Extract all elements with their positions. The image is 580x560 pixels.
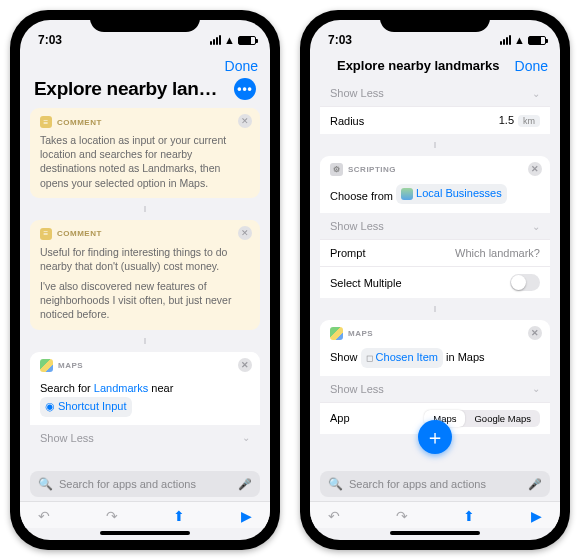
- card-label: COMMENT: [57, 118, 102, 127]
- text-near: near: [151, 382, 173, 394]
- mic-icon[interactable]: 🎤: [528, 478, 542, 491]
- phone-right: 7:03 ▲ Explore nearby landmarks Done Sho…: [300, 10, 570, 550]
- prompt-row[interactable]: Prompt Which landmark?: [320, 239, 550, 266]
- battery-icon: [528, 36, 546, 45]
- connector: [30, 338, 260, 344]
- comment-card-1[interactable]: ≡ COMMENT ✕ Takes a location as input or…: [30, 108, 260, 198]
- prompt-label: Prompt: [330, 247, 365, 259]
- title-row: Explore nearby landma... •••: [20, 76, 270, 108]
- done-button[interactable]: Done: [515, 58, 548, 74]
- page-title: Explore nearby landmarks: [322, 58, 515, 74]
- select-multiple-toggle[interactable]: [510, 274, 540, 291]
- home-indicator[interactable]: [100, 531, 190, 535]
- close-icon[interactable]: ✕: [238, 358, 252, 372]
- show-less-row[interactable]: Show Less ⌄: [320, 376, 550, 402]
- bottom-toolbar: ↶ ↷ ⬆︎ ▶: [310, 501, 560, 528]
- radius-row[interactable]: Radius 1.5km: [320, 106, 550, 134]
- share-button[interactable]: ⬆︎: [463, 508, 475, 524]
- notch: [380, 10, 490, 32]
- token-shortcut-input[interactable]: ◉ Shortcut Input: [40, 397, 132, 417]
- redo-button[interactable]: ↷: [106, 508, 118, 524]
- text-in-maps: in Maps: [446, 351, 485, 363]
- radius-value[interactable]: 1.5km: [499, 114, 540, 127]
- comment-card-2[interactable]: ≡ COMMENT ✕ Useful for finding interesti…: [30, 220, 260, 330]
- screen-left: 7:03 ▲ Done Explore nearby landma... •••…: [20, 20, 270, 540]
- chevron-down-icon: ⌄: [532, 383, 540, 394]
- card-label: SCRIPTING: [348, 165, 396, 174]
- more-button[interactable]: •••: [234, 78, 256, 100]
- comment-text-b: I've also discovered new features of nei…: [40, 279, 250, 322]
- page-title: Explore nearby landma...: [34, 78, 228, 100]
- nav-bar: Explore nearby landmarks Done: [310, 54, 560, 76]
- wifi-icon: ▲: [514, 34, 525, 46]
- card-label: COMMENT: [57, 229, 102, 238]
- home-indicator[interactable]: [390, 531, 480, 535]
- select-multiple-row[interactable]: Select Multiple: [320, 266, 550, 298]
- token-chosen-item[interactable]: ◻︎ Chosen Item: [361, 348, 443, 368]
- chevron-down-icon: ⌄: [242, 432, 250, 443]
- close-icon[interactable]: ✕: [238, 226, 252, 240]
- choose-card[interactable]: ⚙ SCRIPTING ✕ Choose from Local Business…: [320, 156, 550, 298]
- search-placeholder: Search for apps and actions: [349, 478, 522, 490]
- share-button[interactable]: ⬆︎: [173, 508, 185, 524]
- search-placeholder: Search for apps and actions: [59, 478, 232, 490]
- bottom-toolbar: ↶ ↷ ⬆︎ ▶: [20, 501, 270, 528]
- show-maps-card[interactable]: MAPS ✕ Show ◻︎ Chosen Item in Maps Show …: [320, 320, 550, 434]
- card-header: ≡ COMMENT: [40, 116, 250, 128]
- done-button[interactable]: Done: [225, 58, 258, 74]
- show-less-row[interactable]: Show Less ⌄: [320, 80, 550, 106]
- text-show: Show: [330, 351, 358, 363]
- action-body: Show ◻︎ Chosen Item in Maps: [320, 345, 550, 376]
- search-icon: 🔍: [38, 477, 53, 491]
- comment-icon: ≡: [40, 116, 52, 128]
- connector: [320, 306, 550, 312]
- mic-icon[interactable]: 🎤: [238, 478, 252, 491]
- seg-google-maps[interactable]: Google Maps: [465, 410, 540, 427]
- card-label: MAPS: [58, 361, 83, 370]
- comment-text: Takes a location as input or your curren…: [40, 133, 250, 190]
- text-choose-from: Choose from: [330, 190, 393, 202]
- comment-icon: ≡: [40, 228, 52, 240]
- action-body: Search for Landmarks near ◉ Shortcut Inp…: [30, 377, 260, 425]
- chevron-down-icon: ⌄: [532, 88, 540, 99]
- maps-icon: [330, 327, 343, 340]
- close-icon[interactable]: ✕: [528, 326, 542, 340]
- search-field[interactable]: 🔍 Search for apps and actions 🎤: [320, 471, 550, 497]
- card-header: MAPS ✕: [30, 352, 260, 377]
- status-icons: ▲: [500, 34, 546, 46]
- comment-text-a: Useful for finding interesting things to…: [40, 245, 250, 273]
- variable-icon: ◉: [45, 398, 55, 416]
- redo-button[interactable]: ↷: [396, 508, 408, 524]
- variable-icon: ◻︎: [366, 351, 373, 365]
- card-header: ≡ COMMENT: [40, 228, 250, 240]
- undo-button[interactable]: ↶: [38, 508, 50, 524]
- nav-bar: Done: [20, 54, 270, 76]
- battery-icon: [238, 36, 256, 45]
- close-icon[interactable]: ✕: [528, 162, 542, 176]
- token-local-businesses[interactable]: Local Businesses: [396, 184, 507, 204]
- undo-button[interactable]: ↶: [328, 508, 340, 524]
- close-icon[interactable]: ✕: [238, 114, 252, 128]
- text-search-for: Search for: [40, 382, 91, 394]
- run-button[interactable]: ▶: [531, 508, 542, 524]
- run-button[interactable]: ▶: [241, 508, 252, 524]
- action-body: Choose from Local Businesses: [320, 181, 550, 213]
- maps-icon: [40, 359, 53, 372]
- app-label: App: [330, 412, 350, 424]
- notch: [90, 10, 200, 32]
- cellular-icon: [210, 35, 221, 45]
- add-action-button[interactable]: ＋: [418, 420, 452, 454]
- radius-card[interactable]: Show Less ⌄ Radius 1.5km: [320, 80, 550, 134]
- show-less-row[interactable]: Show Less ⌄: [320, 213, 550, 239]
- show-less-row[interactable]: Show Less ⌄: [30, 425, 260, 451]
- search-field[interactable]: 🔍 Search for apps and actions 🎤: [30, 471, 260, 497]
- search-icon: 🔍: [328, 477, 343, 491]
- token-landmarks[interactable]: Landmarks: [94, 382, 148, 394]
- screen-right: 7:03 ▲ Explore nearby landmarks Done Sho…: [310, 20, 560, 540]
- workflow-content: Show Less ⌄ Radius 1.5km ⚙ SCRIPTING ✕: [310, 76, 560, 471]
- chevron-down-icon: ⌄: [532, 221, 540, 232]
- unit-badge: km: [518, 115, 540, 127]
- wifi-icon: ▲: [224, 34, 235, 46]
- prompt-value[interactable]: Which landmark?: [455, 247, 540, 259]
- maps-action-card[interactable]: MAPS ✕ Search for Landmarks near ◉ Short…: [30, 352, 260, 451]
